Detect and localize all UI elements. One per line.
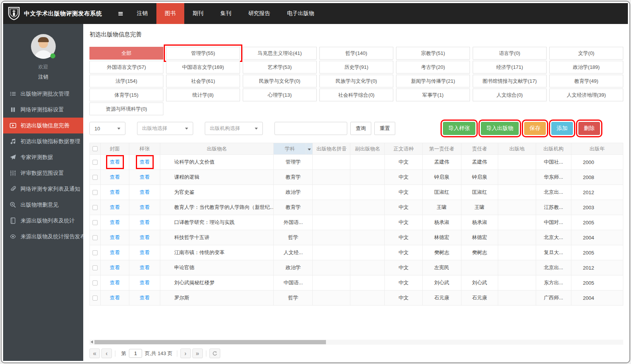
category-button[interactable]: 体育学(15) — [89, 89, 163, 101]
sidebar-item-6[interactable]: 网络评测专家列表及通知 — [3, 181, 83, 197]
view-cover-link[interactable]: 查看 — [109, 234, 121, 241]
category-button[interactable]: 心理学(13) — [243, 89, 317, 101]
view-sample-link[interactable]: 查看 — [139, 264, 151, 272]
category-button[interactable]: 人文经济地理(39) — [549, 89, 623, 101]
category-button[interactable]: 教育学(49) — [549, 75, 623, 87]
view-sample-link[interactable]: 查看 — [139, 188, 151, 196]
view-cover-link[interactable]: 查看 — [109, 279, 121, 287]
category-button[interactable]: 语言学(0) — [473, 47, 547, 60]
prev-page-button[interactable]: ‹ — [101, 349, 112, 358]
sidebar-item-1[interactable]: 网络评测指标设置 — [3, 102, 83, 118]
row-checkbox[interactable] — [93, 265, 98, 270]
category-button[interactable]: 资源与环境科学(0) — [89, 103, 163, 115]
column-header[interactable]: 出版物名 — [160, 143, 274, 155]
last-page-button[interactable]: » — [192, 349, 203, 358]
category-button[interactable]: 统计学(8) — [166, 89, 240, 101]
category-button[interactable]: 历史学(91) — [319, 61, 393, 73]
page-size-select[interactable]: 10 — [89, 122, 125, 135]
category-button[interactable]: 哲学(140) — [319, 47, 393, 60]
sidebar-item-5[interactable]: 评审数据范围设置 — [3, 165, 83, 181]
category-button[interactable]: 艺术学(53) — [243, 61, 317, 73]
column-header[interactable]: 出版物名拼音 — [313, 143, 350, 155]
next-page-button[interactable]: › — [180, 349, 191, 358]
column-header[interactable]: 副出版物名 — [350, 143, 385, 155]
view-cover-link[interactable]: 查看 — [109, 219, 121, 226]
view-cover-link[interactable]: 查看 — [109, 173, 121, 181]
nav-item-3[interactable]: 集刊 — [212, 3, 240, 24]
menu-toggle-icon[interactable] — [113, 3, 129, 24]
view-cover-link[interactable]: 查看 — [109, 188, 121, 196]
row-checkbox[interactable] — [93, 205, 98, 210]
subject-filter-button[interactable] — [306, 143, 313, 155]
nav-item-1[interactable]: 图书 — [156, 3, 184, 24]
view-cover-link[interactable]: 查看 — [109, 203, 121, 211]
view-sample-link[interactable]: 查看 — [139, 279, 151, 287]
category-button[interactable]: 图书馆情报与文献学(17) — [473, 75, 547, 87]
row-checkbox[interactable] — [93, 250, 98, 255]
nav-item-4[interactable]: 研究报告 — [240, 3, 279, 24]
category-button[interactable]: 管理学(55) — [166, 47, 240, 60]
column-header[interactable]: 学科 — [274, 143, 306, 155]
column-header[interactable]: 样张 — [129, 143, 160, 155]
reset-button[interactable]: 重置 — [374, 122, 395, 135]
view-sample-link[interactable]: 查看 — [139, 234, 151, 241]
delete-button[interactable]: 删除 — [578, 122, 600, 135]
category-button[interactable]: 宗教学(51) — [396, 47, 470, 60]
view-cover-link[interactable]: 查看 — [109, 158, 121, 166]
row-checkbox[interactable] — [93, 235, 98, 240]
column-header[interactable]: 出版地 — [498, 143, 536, 155]
view-cover-link[interactable]: 查看 — [109, 294, 121, 302]
sidebar-item-7[interactable]: 出版物增删意见 — [3, 197, 83, 213]
column-header[interactable]: 责任者 — [461, 143, 498, 155]
column-header[interactable]: 出版机构 — [536, 143, 571, 155]
row-checkbox[interactable] — [93, 190, 98, 195]
save-button[interactable]: 保存 — [524, 122, 546, 135]
category-button[interactable]: 全部 — [89, 47, 163, 60]
category-button[interactable]: 民族学与文化学(0) — [319, 75, 393, 87]
add-button[interactable]: 添加 — [551, 122, 573, 135]
sidebar-logout-link[interactable]: 注销 — [3, 73, 83, 80]
category-button[interactable]: 马克思主义理论(41) — [243, 47, 317, 60]
view-cover-link[interactable]: 查看 — [109, 264, 121, 272]
view-sample-link[interactable]: 查看 — [139, 173, 151, 181]
category-button[interactable]: 中国语言文学(169) — [166, 61, 240, 73]
category-button[interactable]: 政治学(189) — [549, 61, 623, 73]
select-all-checkbox[interactable] — [93, 146, 98, 151]
sidebar-item-3[interactable]: 初选出版物指标数据整理 — [3, 133, 83, 149]
row-checkbox[interactable] — [93, 160, 98, 165]
category-button[interactable]: 新闻学与传播学(21) — [396, 75, 470, 87]
sidebar-item-0[interactable]: 出版物评测批次管理 — [3, 86, 83, 102]
place-select[interactable]: 出版地选择 — [137, 122, 193, 135]
column-header[interactable]: 正文语种 — [385, 143, 422, 155]
refresh-button[interactable] — [209, 349, 220, 358]
scroll-left-arrow-icon[interactable] — [91, 340, 93, 343]
column-header[interactable]: 第一责任者 — [422, 143, 461, 155]
category-button[interactable]: 文学(0) — [549, 47, 623, 60]
category-button[interactable]: 经济学(171) — [473, 61, 547, 73]
row-checkbox[interactable] — [93, 296, 98, 301]
nav-item-2[interactable]: 期刊 — [184, 3, 212, 24]
view-sample-link[interactable]: 查看 — [139, 219, 151, 226]
row-checkbox[interactable] — [93, 175, 98, 180]
sidebar-item-9[interactable]: 来源出版物及统计报告发布 — [3, 229, 83, 244]
column-header[interactable]: 出版年 — [571, 143, 623, 155]
row-checkbox[interactable] — [93, 220, 98, 225]
org-select[interactable]: 出版机构选择 — [205, 122, 263, 135]
category-button[interactable]: 民族学与文化学(0) — [243, 75, 317, 87]
row-checkbox[interactable] — [93, 280, 98, 285]
page-number-input[interactable] — [129, 349, 142, 358]
view-cover-link[interactable]: 查看 — [109, 249, 121, 256]
nav-item-0[interactable]: 注销 — [129, 3, 156, 24]
view-sample-link[interactable]: 查看 — [139, 158, 151, 166]
category-button[interactable]: 人文综合(0) — [473, 89, 547, 101]
import-publication-button[interactable]: 导入出版物 — [481, 122, 519, 135]
category-button[interactable]: 考古学(20) — [396, 61, 470, 73]
nav-item-5[interactable]: 电子出版物 — [279, 3, 323, 24]
view-sample-link[interactable]: 查看 — [139, 249, 151, 256]
horizontal-scrollbar[interactable] — [89, 340, 623, 345]
import-sample-button[interactable]: 导入样张 — [443, 122, 475, 135]
view-sample-link[interactable]: 查看 — [139, 294, 151, 302]
query-button[interactable]: 查询 — [350, 122, 371, 135]
first-page-button[interactable]: « — [89, 349, 100, 358]
category-button[interactable]: 法学(154) — [89, 75, 163, 87]
